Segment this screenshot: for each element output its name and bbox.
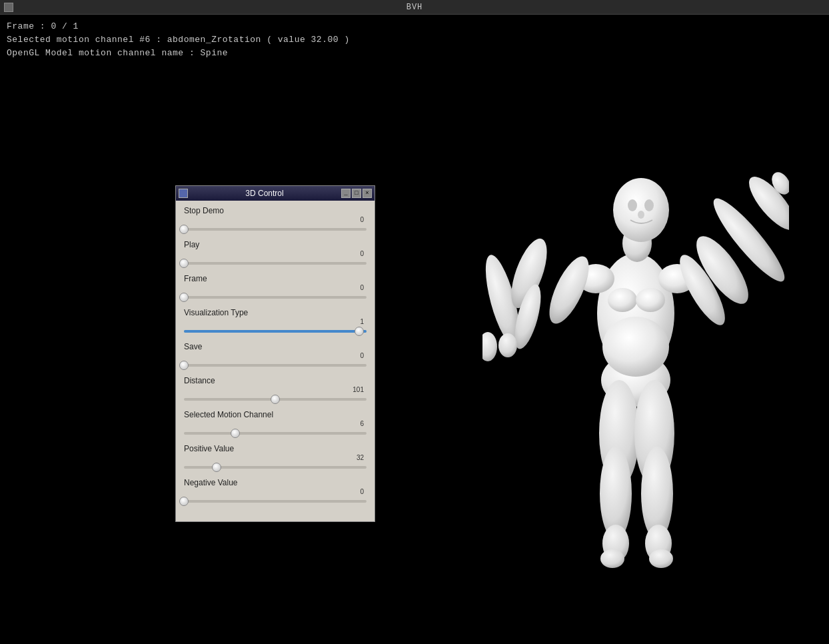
control-row-frame: Frame0 [184,274,367,303]
slider-value-4: 0 [184,352,367,359]
panel-close-button[interactable]: × [363,189,372,198]
channel-info: Selected motion channel #6 : abdomen_Zro… [7,33,350,47]
panel-body: Stop Demo0Play0Frame0Visualization Type1… [176,201,375,521]
control-row-distance: Distance101 [184,376,367,405]
slider-value-2: 0 [184,284,367,291]
svg-point-8 [608,288,637,312]
slider-thumb-5[interactable] [271,395,280,404]
slider-thumb-6[interactable] [231,429,240,438]
title-bar: BVH [0,0,829,15]
slider-container-8: 0 [184,488,367,507]
slider-container-6: 6 [184,420,367,439]
slider-container-4: 0 [184,352,367,371]
slider-bg-8 [184,500,367,503]
slider-value-0: 0 [184,216,367,223]
panel-maximize-button[interactable]: □ [352,189,361,198]
slider-track-7[interactable] [184,462,367,473]
svg-point-20 [498,333,517,357]
control-label-2: Frame [184,274,367,283]
slider-container-5: 101 [184,386,367,405]
slider-bg-3 [184,330,367,333]
slider-container-2: 0 [184,284,367,303]
3d-model-figure [482,93,789,613]
control-row-visualization-type: Visualization Type1 [184,308,367,337]
svg-point-29 [602,317,669,377]
control-label-5: Distance [184,376,367,385]
slider-thumb-0[interactable] [179,225,189,234]
slider-thumb-1[interactable] [179,259,189,268]
control-row-negative-value: Negative Value0 [184,478,367,507]
info-area: Frame : 0 / 1 Selected motion channel #6… [7,20,350,60]
slider-value-8: 0 [184,488,367,495]
svg-point-24 [600,549,624,568]
control-row-stop-demo: Stop Demo0 [184,206,367,235]
frame-info: Frame : 0 / 1 [7,20,350,33]
control-label-6: Selected Motion Channel [184,410,367,419]
control-row-save: Save0 [184,342,367,371]
panel-window-controls: _ □ × [341,189,372,198]
slider-value-1: 0 [184,250,367,257]
opengl-info: OpenGL Model motion channel name : Spine [7,47,350,60]
slider-fill-3 [184,330,367,333]
slider-container-1: 0 [184,250,367,269]
svg-point-12 [613,178,669,242]
svg-point-28 [649,549,673,568]
slider-track-6[interactable] [184,428,367,439]
control-label-0: Stop Demo [184,206,367,215]
slider-bg-7 [184,466,367,469]
slider-thumb-3[interactable] [355,327,364,336]
svg-point-13 [628,199,637,211]
control-label-8: Negative Value [184,478,367,487]
window-icon [4,3,13,12]
slider-thumb-2[interactable] [179,293,189,302]
svg-point-1 [482,332,497,361]
control-row-positive-value: Positive Value32 [184,444,367,473]
control-row-selected-motion-channel: Selected Motion Channel6 [184,410,367,439]
slider-bg-2 [184,296,367,299]
panel-minimize-button[interactable]: _ [341,189,351,198]
slider-bg-6 [184,432,367,435]
slider-container-0: 0 [184,216,367,235]
panel-icon [179,189,188,198]
panel-title: 3D Control [188,189,341,198]
slider-track-2[interactable] [184,292,367,303]
slider-thumb-8[interactable] [179,497,189,506]
slider-track-4[interactable] [184,360,367,371]
slider-container-3: 1 [184,318,367,337]
window-title: BVH [407,3,423,12]
control-label-4: Save [184,342,367,351]
slider-value-7: 32 [184,454,367,461]
slider-bg-0 [184,228,367,231]
slider-track-5[interactable] [184,394,367,405]
slider-bg-4 [184,364,367,367]
control-row-play: Play0 [184,240,367,269]
slider-container-7: 32 [184,454,367,473]
control-label-3: Visualization Type [184,308,367,317]
control-panel: 3D Control _ □ × Stop Demo0Play0Frame0Vi… [175,185,375,522]
panel-titlebar[interactable]: 3D Control _ □ × [176,186,375,201]
slider-track-1[interactable] [184,258,367,269]
slider-value-6: 6 [184,420,367,427]
slider-track-8[interactable] [184,496,367,507]
svg-point-14 [644,199,654,211]
svg-point-9 [636,288,665,312]
slider-track-0[interactable] [184,224,367,235]
slider-value-3: 1 [184,318,367,325]
control-label-7: Positive Value [184,444,367,453]
slider-thumb-4[interactable] [179,361,189,370]
slider-thumb-7[interactable] [212,463,221,472]
slider-value-5: 101 [184,386,367,393]
slider-bg-1 [184,262,367,265]
control-label-1: Play [184,240,367,249]
svg-point-15 [638,211,644,219]
slider-track-3[interactable] [184,326,367,337]
